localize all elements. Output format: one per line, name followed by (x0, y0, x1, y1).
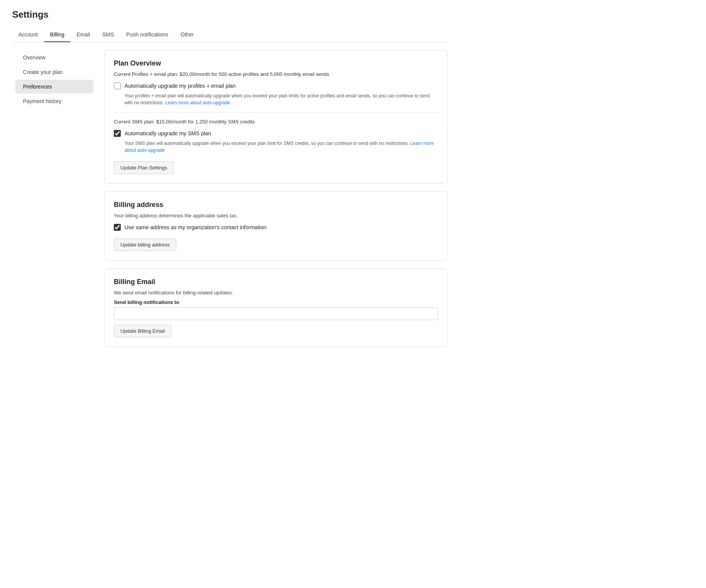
update-billing-address-button[interactable]: Update billing address (114, 238, 176, 251)
main-content: Plan Overview Current Profiles + email p… (97, 42, 448, 355)
auto-upgrade-email-label[interactable]: Automatically upgrade my profiles + emai… (125, 83, 236, 89)
sms-plan-desc: Current SMS plan: $15.00/month for 1,250… (114, 119, 438, 125)
content-area: Overview Create your plan Preferences Pa… (12, 42, 448, 355)
same-address-label[interactable]: Use same address as my organization's co… (125, 224, 266, 230)
plan-divider (114, 112, 438, 113)
billing-email-field-label: Send billing notifications to (114, 299, 438, 305)
plan-overview-card: Plan Overview Current Profiles + email p… (104, 50, 448, 184)
auto-upgrade-email-link[interactable]: Learn more about auto-upgrade (165, 100, 230, 105)
same-address-checkbox[interactable] (114, 224, 121, 231)
auto-upgrade-sms-helper: Your SMS plan will automatically upgrade… (125, 140, 438, 154)
auto-upgrade-sms-checkbox[interactable] (114, 130, 121, 137)
update-plan-button[interactable]: Update Plan Settings (114, 161, 174, 174)
auto-upgrade-email-helper: Your profiles + email plan will automati… (125, 92, 438, 106)
auto-upgrade-email-row: Automatically upgrade my profiles + emai… (114, 82, 438, 89)
email-plan-desc: Current Profiles + email plan: $20.00/mo… (114, 71, 438, 77)
tab-billing[interactable]: Billing (44, 28, 71, 42)
billing-address-title: Billing address (114, 201, 438, 209)
same-address-row: Use same address as my organization's co… (114, 224, 438, 231)
update-billing-email-button[interactable]: Update Billing Email (114, 325, 171, 337)
sidebar-item-preferences[interactable]: Preferences (15, 80, 94, 94)
billing-email-card: Billing Email We send email notification… (104, 268, 448, 347)
sidebar-item-overview[interactable]: Overview (15, 51, 94, 64)
tab-email[interactable]: Email (71, 28, 96, 42)
sidebar: Overview Create your plan Preferences Pa… (12, 42, 97, 355)
auto-upgrade-sms-row: Automatically upgrade my SMS plan (114, 130, 438, 137)
auto-upgrade-email-checkbox[interactable] (114, 82, 121, 89)
auto-upgrade-sms-label[interactable]: Automatically upgrade my SMS plan (125, 130, 211, 136)
tab-push-notifications[interactable]: Push notifications (120, 28, 174, 42)
tab-account[interactable]: Account (12, 28, 44, 42)
page-title: Settings (12, 9, 448, 20)
top-nav: Account Billing Email SMS Push notificat… (12, 28, 448, 42)
sidebar-item-payment-history[interactable]: Payment history (15, 94, 94, 108)
billing-address-card: Billing address Your billing address det… (104, 191, 448, 261)
billing-email-title: Billing Email (114, 278, 438, 286)
billing-email-input[interactable] (114, 307, 438, 320)
billing-email-desc: We send email notifications for billing-… (114, 290, 438, 296)
sidebar-item-create-your-plan[interactable]: Create your plan (15, 65, 94, 79)
plan-overview-title: Plan Overview (114, 59, 438, 67)
tab-other[interactable]: Other (174, 28, 200, 42)
billing-address-desc: Your billing address determines the appl… (114, 213, 438, 218)
tab-sms[interactable]: SMS (96, 28, 120, 42)
page-container: Settings Account Billing Email SMS Push … (0, 0, 460, 364)
